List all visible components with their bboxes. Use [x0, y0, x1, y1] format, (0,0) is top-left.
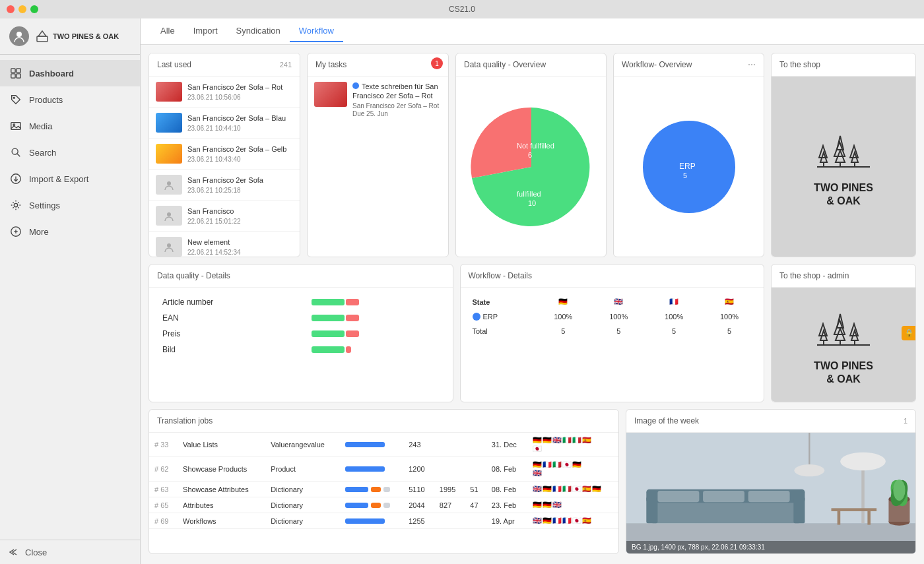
trans-count: 1255	[403, 513, 434, 529]
to-shop-admin-card[interactable]: To the shop - admin	[771, 264, 916, 402]
svg-rect-61	[748, 491, 790, 502]
task-due: Due 25. Jun	[352, 110, 442, 117]
svg-text:6: 6	[528, 151, 532, 159]
main-tabs: Alle Import Syndication Workflow	[141, 18, 924, 45]
svg-marker-2	[38, 31, 46, 36]
to-shop-card[interactable]: To the shop	[771, 53, 916, 257]
trans-type: Product	[265, 457, 339, 482]
trans-name: Value Lists	[178, 433, 265, 457]
import-icon	[9, 172, 22, 185]
minimize-button[interactable]	[18, 5, 26, 13]
dq-bar-red	[346, 330, 359, 337]
translation-table: # 33 Value Lists Valuerangevalue 243	[149, 433, 618, 529]
svg-rect-59	[657, 491, 699, 502]
last-used-item-date: 22.06.21 15:01:22	[187, 218, 293, 225]
total-val-de: 5	[535, 324, 591, 338]
translation-title: Translation jobs	[157, 416, 213, 425]
erp-val-es: 100%	[702, 309, 757, 324]
last-used-item-date: 23.06.21 10:43:40	[187, 156, 293, 163]
wf-overview-more[interactable]: ⋯	[748, 60, 756, 69]
sidebar-logo: TWO PINES & OAK	[36, 30, 119, 43]
maximize-button[interactable]	[30, 5, 38, 13]
dq-label: EAN	[156, 310, 305, 326]
last-used-title: Last used	[157, 60, 191, 69]
last-used-item-name: San Francisco	[187, 206, 293, 216]
sidebar-item-import-export[interactable]: Import & Export	[0, 166, 140, 192]
progress-bar	[345, 442, 399, 447]
sidebar-item-search[interactable]: Search	[0, 139, 140, 166]
wf-details-body: State 🇩🇪 🇬🇧 🇫🇷 🇪🇸	[461, 288, 764, 402]
sidebar-item-media[interactable]: Media	[0, 113, 140, 139]
dq-bar-container	[312, 330, 440, 337]
last-used-thumb	[156, 82, 182, 102]
sidebar-item-label-products: Products	[29, 95, 63, 105]
last-used-item-date: 22.06.21 14:52:34	[187, 249, 293, 256]
tab-import[interactable]: Import	[184, 20, 227, 42]
last-used-thumb	[156, 113, 182, 133]
table-row: Total 5 5 5 5	[467, 324, 758, 338]
dq-details-table: Article number EAN	[156, 294, 446, 358]
translation-header: Translation jobs	[149, 410, 618, 433]
list-item[interactable]: San Francisco 2er Sofa – Rot 23.06.21 10…	[149, 77, 300, 108]
pie-chart: Not fullfilled 6 fullfilled 10	[465, 101, 597, 233]
tab-alle[interactable]: Alle	[151, 20, 184, 42]
list-item[interactable]: San Francisco 2er Sofa – Gelb 23.06.21 1…	[149, 139, 300, 170]
tab-syndication[interactable]: Syndication	[227, 20, 290, 42]
my-tasks-title: My tasks	[315, 60, 346, 69]
sidebar-item-label-settings: Settings	[29, 201, 60, 210]
svg-rect-6	[16, 74, 20, 78]
sidebar-item-label-media: Media	[29, 121, 52, 131]
flags-row: 🇬🇧🇩🇪🇫🇷🇮🇹🇯🇵🇪🇸🇩🇪	[533, 485, 613, 493]
trans-name: Workflows	[178, 513, 265, 529]
app-container: TWO PINES & OAK Dashboard Products M	[0, 18, 924, 564]
svg-point-9	[13, 124, 15, 126]
wf-col-gb: 🇬🇧	[591, 294, 646, 309]
svg-text:fullfilled: fullfilled	[517, 190, 541, 198]
wf-col-state: State	[467, 294, 536, 309]
flags-row: 🇬🇧🇩🇪🇫🇷🇫🇷🇯🇵🇪🇸	[533, 517, 613, 525]
dq-bar-red	[346, 346, 351, 353]
to-shop-title: To the shop	[779, 60, 820, 69]
table-row: Preis	[156, 326, 446, 342]
sidebar-item-products[interactable]: Products	[0, 86, 140, 113]
svg-text:Not fullfilled: Not fullfilled	[517, 142, 554, 150]
list-item[interactable]: New element 22.06.21 14:52:34	[149, 232, 300, 257]
trans-type: Dictionary	[265, 482, 339, 497]
sidebar: TWO PINES & OAK Dashboard Products M	[0, 18, 141, 564]
task-dot	[352, 82, 359, 89]
flags-row: 🇩🇪🇫🇷🇮🇹🇯🇵🇩🇪	[533, 460, 613, 469]
table-row: # 62 Showcase Products Product 1200	[149, 457, 618, 482]
svg-line-11	[17, 154, 20, 156]
task-name: Texte schreiben für San Francisco 2er So…	[352, 82, 442, 101]
dq-details-title: Data quality - Details	[157, 271, 230, 280]
lock-badge: 🔒	[902, 326, 916, 340]
svg-point-18	[167, 181, 171, 185]
shop-admin-logo: TWO PINES & OAK	[810, 304, 876, 385]
list-item[interactable]: San Francisco 2er Sofa 23.06.21 10:25:18	[149, 170, 300, 201]
close-sidebar-button[interactable]: Close	[9, 547, 131, 557]
sidebar-item-settings[interactable]: Settings	[0, 192, 140, 218]
total-val-fr: 5	[646, 324, 702, 338]
wf-details-title: Workflow - Details	[469, 271, 532, 280]
table-row: Bild	[156, 342, 446, 358]
close-button[interactable]	[7, 5, 15, 13]
dq-overview-header: Data quality - Overview	[456, 53, 606, 77]
total-val-es: 5	[702, 324, 757, 338]
table-row: EAN	[156, 310, 446, 326]
list-item[interactable]: San Francisco 2er Sofa – Blau 23.06.21 1…	[149, 108, 300, 139]
svg-rect-66	[832, 508, 877, 511]
trans-name: Attributes	[178, 497, 265, 513]
sidebar-item-dashboard[interactable]: Dashboard	[0, 60, 140, 86]
trans-name: Showcase Products	[178, 457, 265, 482]
last-used-thumb	[156, 175, 182, 195]
image-icon	[9, 119, 22, 133]
flags-row: 🇩🇪🇩🇪🇬🇧	[533, 501, 613, 509]
task-item[interactable]: Texte schreiben für San Francisco 2er So…	[308, 77, 448, 123]
sidebar-item-more[interactable]: More	[0, 218, 140, 245]
table-row: Article number	[156, 294, 446, 310]
wf-col-fr: 🇫🇷	[646, 294, 702, 309]
tab-workflow[interactable]: Workflow	[290, 20, 343, 42]
table-row: State 🇩🇪 🇬🇧 🇫🇷 🇪🇸	[467, 294, 758, 309]
image-week-title: Image of the week	[634, 416, 699, 425]
list-item[interactable]: San Francisco 22.06.21 15:01:22	[149, 201, 300, 232]
